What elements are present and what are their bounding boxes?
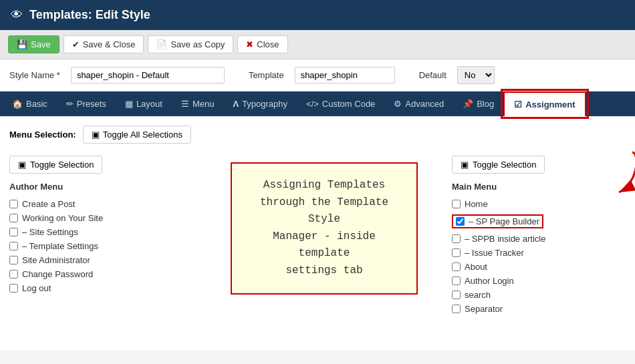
toggle-icon-left: ▣ <box>18 160 26 170</box>
checkbox-change-password[interactable] <box>9 270 18 279</box>
right-toggle-button[interactable]: ▣ Toggle Selection <box>452 156 545 174</box>
toggle-all-button[interactable]: ▣ Toggle All Selections <box>83 126 191 144</box>
list-item: Separator <box>452 302 626 316</box>
eye-icon: 👁 <box>11 8 23 22</box>
item-label: About <box>465 262 487 272</box>
template-label: Template <box>249 70 284 80</box>
tabs-bar: 🏠 Basic ✏ Presets ▦ Layout ☰ Menu Λ Typo… <box>0 92 635 116</box>
tab-custom-code[interactable]: </> Custom Code <box>297 92 384 116</box>
main-menu-list: Home – SP Page Builder – SPPB inside art… <box>452 197 626 316</box>
save-close-button[interactable]: ✔ Save & Close <box>64 35 144 53</box>
annotation-text: Assigning Templates through the Template… <box>260 179 388 277</box>
checkbox-site-settings[interactable] <box>9 228 18 236</box>
save-button[interactable]: 💾 Save <box>8 35 59 53</box>
style-name-label: Style Name * <box>9 70 60 80</box>
tab-typography[interactable]: Λ Typography <box>223 92 297 116</box>
tab-advanced-label: Advanced <box>405 99 444 109</box>
list-item: Working on Your Site <box>9 211 197 225</box>
tab-assignment[interactable]: ☑ Assignment <box>503 92 586 116</box>
checkbox-separator[interactable] <box>452 305 461 313</box>
tab-blog[interactable]: 📌 Blog <box>453 92 503 116</box>
menu-icon: ☰ <box>181 99 189 109</box>
tab-blog-label: Blog <box>477 99 494 109</box>
item-label: Separator <box>465 304 503 314</box>
list-item: – Issue Tracker <box>452 246 626 260</box>
menu-selection-row: Menu Selection: ▣ Toggle All Selections <box>9 126 626 144</box>
annotation-box: Assigning Templates through the Template… <box>231 162 418 295</box>
tab-layout-label: Layout <box>136 99 162 109</box>
left-toggle-label: Toggle Selection <box>30 160 94 170</box>
list-item: Create a Post <box>9 197 197 211</box>
tab-menu[interactable]: ☰ Menu <box>172 92 224 116</box>
checkbox-about[interactable] <box>452 262 461 271</box>
toggle-all-icon: ▣ <box>92 130 100 140</box>
right-toggle-label: Toggle Selection <box>473 160 536 170</box>
author-menu-list: Create a Post Working on Your Site – Sit… <box>9 197 197 295</box>
list-item: Site Administrator <box>9 253 197 267</box>
item-label: – SP Page Builder <box>469 216 539 226</box>
close-icon: ✖ <box>246 39 253 49</box>
menu-selection-label: Menu Selection: <box>9 130 76 140</box>
item-label: – Site Settings <box>22 227 78 237</box>
checkbox-home[interactable] <box>452 200 461 208</box>
gear-icon: ⚙ <box>394 99 402 109</box>
tab-typography-label: Typography <box>242 99 287 109</box>
list-item-sp-builder: – SP Page Builder <box>452 212 626 230</box>
item-label: Create a Post <box>22 199 76 209</box>
checkbox-working-on-site[interactable] <box>9 214 18 222</box>
columns-wrapper: ▣ Toggle Selection Author Menu Create a … <box>9 156 626 316</box>
style-name-input[interactable] <box>71 67 225 83</box>
template-input[interactable] <box>295 67 395 83</box>
default-label: Default <box>419 70 447 80</box>
left-panel: ▣ Toggle Selection Author Menu Create a … <box>9 156 197 316</box>
tab-assignment-label: Assignment <box>525 100 575 110</box>
checkbox-issue-tracker[interactable] <box>452 248 461 257</box>
item-label: – Issue Tracker <box>465 248 524 258</box>
list-item: – Site Settings <box>9 225 197 239</box>
item-label: Site Administrator <box>22 255 90 265</box>
item-label: Change Password <box>22 269 93 279</box>
pencil-icon: ✏ <box>66 99 74 109</box>
item-label: Author Login <box>465 276 514 286</box>
tab-presets[interactable]: ✏ Presets <box>57 92 116 116</box>
list-item: About <box>452 260 626 274</box>
author-menu-title: Author Menu <box>9 182 197 192</box>
checkbox-search[interactable] <box>452 291 461 299</box>
checkbox-template-settings[interactable] <box>9 242 18 250</box>
sp-builder-highlight: – SP Page Builder <box>452 214 543 228</box>
item-label: Home <box>465 199 488 209</box>
tab-custom-code-label: Custom Code <box>322 99 375 109</box>
save-copy-label: Save as Copy <box>170 39 225 49</box>
checkbox-sppb-inside[interactable] <box>452 234 461 243</box>
item-label: Working on Your Site <box>22 213 103 223</box>
save-label: Save <box>31 39 51 49</box>
checkbox-sp-builder[interactable] <box>456 217 465 226</box>
item-label: – Template Settings <box>22 241 98 251</box>
toggle-icon-right: ▣ <box>461 160 469 170</box>
check-icon: ✔ <box>72 39 80 49</box>
list-item: – SPPB inside article <box>452 232 626 246</box>
checkbox-author-login[interactable] <box>452 277 461 285</box>
tab-basic[interactable]: 🏠 Basic <box>3 92 57 116</box>
annotation-area: Assigning Templates through the Template… <box>210 156 438 316</box>
content-area: Menu Selection: ▣ Toggle All Selections … <box>0 116 635 350</box>
home-icon: 🏠 <box>12 99 23 109</box>
toolbar: 💾 Save ✔ Save & Close 📄 Save as Copy ✖ C… <box>0 30 635 59</box>
main-menu-title: Main Menu <box>452 182 626 192</box>
left-toggle-button[interactable]: ▣ Toggle Selection <box>9 156 102 174</box>
close-button[interactable]: ✖ Close <box>237 35 287 53</box>
tab-menu-label: Menu <box>193 99 215 109</box>
code-icon: </> <box>306 99 319 109</box>
right-panel: ▣ Toggle Selection Main Menu Home <box>452 156 626 316</box>
save-close-label: Save & Close <box>83 39 136 49</box>
checkbox-create-post[interactable] <box>9 200 18 208</box>
layout-icon: ▦ <box>125 99 133 109</box>
tab-layout[interactable]: ▦ Layout <box>116 92 172 116</box>
save-icon: 💾 <box>17 39 27 49</box>
checkbox-site-admin[interactable] <box>9 256 18 264</box>
save-copy-button[interactable]: 📄 Save as Copy <box>148 35 233 53</box>
blog-icon: 📌 <box>463 99 473 109</box>
checkbox-log-out[interactable] <box>9 284 18 293</box>
tab-advanced[interactable]: ⚙ Advanced <box>384 92 453 116</box>
default-select[interactable]: No Yes <box>457 66 495 84</box>
